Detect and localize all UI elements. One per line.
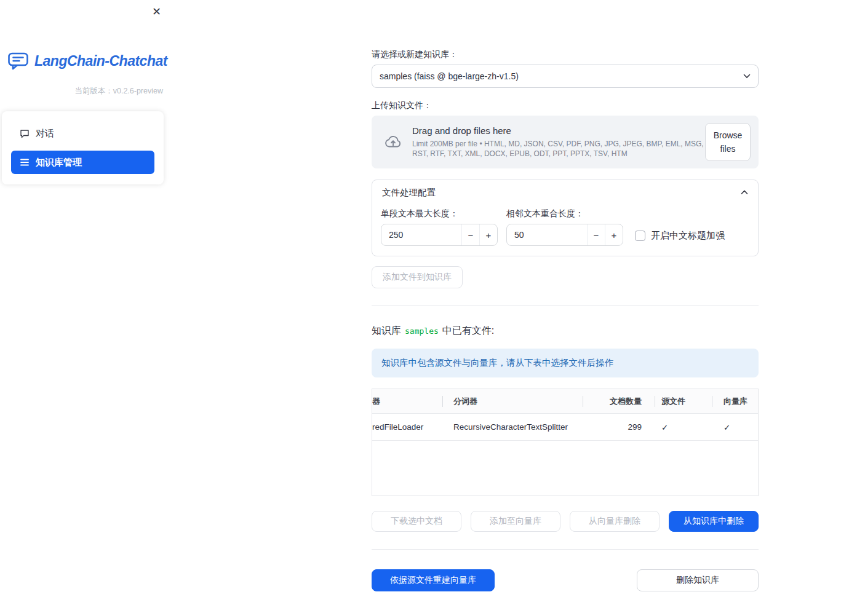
cell-doc-count: 299	[583, 414, 655, 440]
table-header-row: 器 分词器 文档数量 源文件 向量库	[372, 389, 758, 414]
max-length-input: 250 − +	[381, 224, 498, 246]
expander-body: 单段文本最大长度： 250 − + 相邻文本重合长度： 50 − +	[372, 205, 758, 256]
col-header-source-file[interactable]: 源文件	[655, 389, 712, 413]
add-files-to-kb-button[interactable]: 添加文件到知识库	[372, 266, 463, 288]
col-header-splitter[interactable]: 分词器	[443, 389, 583, 413]
kb-selectbox[interactable]: samples (faiss @ bge-large-zh-v1.5)	[372, 65, 759, 88]
overlap-length-decrement-button[interactable]: −	[587, 224, 605, 245]
kb-selected-value: samples (faiss @ bge-large-zh-v1.5)	[380, 71, 743, 81]
col-header-doc-count[interactable]: 文档数量	[583, 389, 655, 413]
close-icon: ✕	[152, 6, 161, 18]
kb-stack-icon	[20, 157, 30, 167]
divider	[372, 306, 759, 306]
overlap-length-label: 相邻文本重合长度：	[506, 208, 623, 219]
cloud-upload-icon	[381, 133, 405, 151]
chat-bubble-icon	[20, 128, 30, 138]
max-length-decrement-button[interactable]: −	[461, 224, 479, 245]
version-text: 当前版本：v0.2.6-preview	[0, 86, 172, 97]
sidebar: ✕ LangChain-Chatchat 当前版本：v0.2.6-preview	[0, 0, 172, 616]
max-length-label: 单段文本最大长度：	[381, 208, 498, 219]
zh-title-enhance-label: 开启中文标题加强	[651, 230, 725, 242]
overlap-length-increment-button[interactable]: +	[605, 224, 623, 245]
divider	[372, 549, 759, 550]
sidebar-close-button[interactable]: ✕	[149, 4, 164, 20]
chevron-down-icon	[743, 74, 751, 79]
file-action-buttons: 下载选中文档 添加至向量库 从向量库删除 从知识库中删除	[372, 511, 759, 532]
menu-item-chat[interactable]: 对话	[11, 122, 154, 145]
add-to-vector-store-button[interactable]: 添加至向量库	[471, 511, 560, 532]
delete-kb-button[interactable]: 删除知识库	[637, 569, 759, 591]
overlap-length-input: 50 − +	[506, 224, 623, 246]
col-header-loader[interactable]: 器	[372, 389, 443, 413]
expander-header[interactable]: 文件处理配置	[372, 180, 758, 205]
menu-card: 对话 知识库管理	[2, 111, 164, 184]
kb-name-code: samples	[405, 326, 439, 336]
logo-text: LangChain-Chatchat	[34, 53, 167, 69]
cell-source-file-check: ✓	[655, 414, 712, 440]
delete-from-vector-store-button[interactable]: 从向量库删除	[570, 511, 660, 532]
zh-title-enhance-checkbox[interactable]: 开启中文标题加强	[635, 229, 725, 242]
logo: LangChain-Chatchat	[7, 52, 172, 70]
overlap-length-value[interactable]: 50	[507, 224, 587, 245]
existing-files-heading: 知识库samples中已有文件:	[372, 325, 759, 338]
chevron-up-icon	[741, 190, 748, 195]
checkbox-icon	[635, 231, 645, 241]
menu-item-label: 对话	[36, 128, 54, 140]
download-selected-button[interactable]: 下载选中文档	[372, 511, 461, 532]
table-row[interactable]: redFileLoader RecursiveCharacterTextSpli…	[372, 414, 758, 441]
kb-action-buttons: 依据源文件重建向量库 删除知识库	[372, 569, 759, 591]
uploader-drag-text: Drag and drop files here	[412, 125, 705, 136]
main-content: 请选择或新建知识库： samples (faiss @ bge-large-zh…	[372, 0, 759, 591]
file-uploader-dropzone[interactable]: Drag and drop files here Limit 200MB per…	[372, 116, 759, 168]
info-banner: 知识库中包含源文件与向量库，请从下表中选择文件后操作	[372, 349, 759, 377]
delete-from-kb-button[interactable]: 从知识库中删除	[669, 511, 759, 532]
max-length-value[interactable]: 250	[381, 224, 461, 245]
info-text: 知识库中包含源文件与向量库，请从下表中选择文件后操作	[381, 358, 613, 368]
kb-select-label: 请选择或新建知识库：	[372, 49, 759, 60]
logo-chat-icon	[7, 52, 30, 70]
cell-splitter: RecursiveCharacterTextSplitter	[443, 414, 583, 440]
max-length-field: 单段文本最大长度： 250 − +	[381, 208, 498, 246]
uploader-texts: Drag and drop files here Limit 200MB per…	[412, 125, 705, 159]
app-root: ✕ LangChain-Chatchat 当前版本：v0.2.6-preview	[0, 0, 849, 616]
overlap-length-field: 相邻文本重合长度： 50 − +	[506, 208, 623, 246]
menu-item-kb-management[interactable]: 知识库管理	[11, 151, 154, 174]
rebuild-vector-store-button[interactable]: 依据源文件重建向量库	[372, 569, 495, 591]
col-header-vector-store[interactable]: 向量库	[712, 389, 758, 413]
files-table: 器 分词器 文档数量 源文件 向量库 redFileLoader Recursi…	[372, 389, 759, 496]
table-empty-area	[372, 441, 758, 496]
max-length-increment-button[interactable]: +	[479, 224, 497, 245]
uploader-limit-text: Limit 200MB per file • HTML, MD, JSON, C…	[412, 139, 705, 159]
menu-item-label: 知识库管理	[36, 157, 82, 168]
cell-loader: redFileLoader	[372, 414, 443, 440]
file-config-expander: 文件处理配置 单段文本最大长度： 250 − + 相邻文本重合长度：	[372, 180, 759, 256]
cell-vector-store-check: ✓	[712, 414, 758, 440]
expander-title: 文件处理配置	[382, 187, 436, 199]
browse-files-button[interactable]: Browse files	[705, 123, 751, 162]
upload-label: 上传知识文件：	[372, 100, 759, 111]
